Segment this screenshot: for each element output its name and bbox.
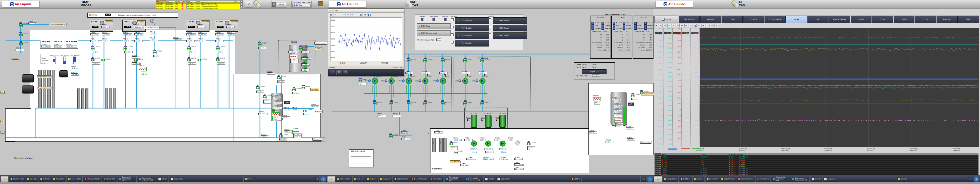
valve-HV3379[interactable]: HV3379 xyxy=(197,57,201,62)
trend-tab-cb-temperature[interactable]: CB TEMPERATURE xyxy=(765,16,786,23)
trend-tab-cb-4k[interactable]: CB 4K xyxy=(786,16,807,23)
taskbar-home-button[interactable]: ⌂ xyxy=(654,176,662,182)
taskbar-item-trends[interactable]: Trends xyxy=(157,176,169,182)
trend-tool-icon[interactable]: ✛ xyxy=(676,24,679,27)
trend-tool-icon[interactable]: ◆ xyxy=(702,24,705,27)
taskbar-home-button[interactable]: ⌂ xyxy=(327,176,335,182)
trend-table-row[interactable]: 11EH348467.00 [L]4/29/2025 12:53:06 PM [… xyxy=(654,170,978,171)
valve-XV2349[interactable]: XV2349 xyxy=(423,58,427,62)
valve-XV2371[interactable]: XV2371 xyxy=(480,101,484,105)
vlp-available-checkbox[interactable] xyxy=(451,34,453,36)
valve-CV3485[interactable]: CV348584.3 % xyxy=(279,133,283,138)
info-button[interactable]: i xyxy=(320,176,326,182)
surges-ccs-button[interactable]: Surges CCs xyxy=(582,69,606,74)
popup-tool-icon[interactable]: ⊖ xyxy=(337,13,341,17)
gear-icon[interactable]: ⚙ xyxy=(343,70,348,75)
trend-tool-icon[interactable]: ❚❚ xyxy=(693,24,697,27)
vlp-available-checkbox[interactable] xyxy=(451,41,453,43)
trend-tab-compressors[interactable]: COMPRESSORS xyxy=(679,16,700,23)
valve-EV3488[interactable]: EV3488 xyxy=(301,85,305,90)
nb-pumps-value[interactable]: 7 xyxy=(436,38,441,41)
trend-tab-analyseur[interactable]: Analyseur xyxy=(937,16,958,23)
trend-tool-icon[interactable]: ☰ xyxy=(680,24,684,27)
popup-tool-icon[interactable]: ❚❚ xyxy=(368,13,371,17)
pvps-reset-button[interactable]: ▶PVPS Reset xyxy=(417,23,450,29)
popup-tool-icon[interactable]: ⊗ xyxy=(346,13,350,17)
valve-XV2311[interactable]: XV2311 xyxy=(373,101,377,105)
taskbar-item-commands-sequences-wcs[interactable]: Commands Sequences WCS xyxy=(771,176,790,182)
valve-CV3486[interactable]: CV348690.9 % xyxy=(292,87,296,91)
taskbar-item-utilities[interactable]: Utilities xyxy=(897,176,908,182)
trend-table-row[interactable]: 6ST353020034/29/2025 12:53:19 PM xyxy=(654,159,978,162)
vacuum-pump-VP2330[interactable] xyxy=(406,78,412,84)
popup-tool-icon[interactable]: ✛ xyxy=(350,13,354,17)
popup-tool-icon[interactable]: ☰ xyxy=(355,13,358,17)
vlp-available-checkbox[interactable] xyxy=(451,26,453,29)
vacuum-pump-VP2360[interactable] xyxy=(462,78,468,84)
taskbar-item-2k-system[interactable]: 2K system xyxy=(52,176,66,182)
trend-tool-icon[interactable]: ▮ xyxy=(714,24,718,27)
valve-CV3486[interactable]: CV348690.9 % xyxy=(631,93,635,98)
valve-CV3560[interactable]: CV356091.0 % xyxy=(123,46,127,50)
turbines-chip[interactable]: Turbines xyxy=(105,20,113,22)
info-button[interactable]: i xyxy=(974,176,980,182)
popup-close-button[interactable]: × xyxy=(401,10,402,11)
taskbar-item-regeneration[interactable]: Regeneration xyxy=(720,176,737,182)
valve-XV4504[interactable]: XV4504 xyxy=(19,22,23,27)
taskbar-item-regeneration[interactable]: Regeneration xyxy=(393,176,410,182)
taskbar-item-compressors[interactable]: Compressors xyxy=(9,176,25,182)
window-button[interactable]: ❒ xyxy=(967,176,973,182)
taskbar-item-cold-box[interactable]: Cold box xyxy=(25,176,38,182)
valve-XV2341[interactable]: XV2341 xyxy=(423,101,427,105)
taskbar-item-utilities[interactable]: Utilities xyxy=(570,176,582,182)
cold-compressor-impeller[interactable] xyxy=(471,141,477,147)
taskbar-item-commands-sequences-wcs[interactable]: Commands Sequences WCS xyxy=(118,176,137,182)
trend-tool-icon[interactable]: ▣ xyxy=(654,24,658,27)
trend-tab-vacuum[interactable]: VACUUM xyxy=(700,16,721,23)
vacuum-pump-VP2350[interactable] xyxy=(440,78,446,84)
home-icon[interactable]: ⌂ xyxy=(330,70,335,75)
taskbar-item-cold-box[interactable]: Cold box xyxy=(679,176,692,182)
trend-tab-pt-wcs[interactable]: PT WCS xyxy=(743,16,764,23)
taskbar-item-utilities[interactable]: Utilities xyxy=(243,176,255,182)
valve-CV3200[interactable]: CV3200100.0 % xyxy=(527,141,531,146)
trend-table-row[interactable]: 13EH328832.80 [L]4/29/2025 12:53:06 PM [… xyxy=(654,173,978,176)
trend-tool-icon[interactable]: ⊕ xyxy=(659,24,663,27)
valve-HV4230[interactable]: HV4230 xyxy=(454,150,458,154)
valve-CV3570[interactable]: CV357067.8 % xyxy=(187,46,191,50)
pvps-remote-local-button[interactable]: ▶PVPS Remote Local xyxy=(417,30,450,36)
valve-XV2351[interactable]: XV2351 xyxy=(441,101,445,105)
turbine-T3590[interactable]: T3590Turbines1.805ST35901530 Hz xyxy=(215,19,239,32)
taskbar-item-commands-sequences-cb[interactable]: Commands Sequences CB xyxy=(137,176,156,182)
valve-XV2369[interactable]: XV2369 xyxy=(463,58,467,62)
taskbar-item-documentation[interactable]: Documentation xyxy=(83,176,102,182)
turbine-T3560[interactable]: T3560Turbines1.808ST35603591 Hz xyxy=(123,19,146,32)
taskbar-item-2k-system[interactable]: 2K system xyxy=(705,176,719,182)
taskbar-item-turbines[interactable]: Turbines xyxy=(39,176,51,182)
popup-tool-icon[interactable]: ◔ xyxy=(363,13,367,17)
vlp-enable-button-4[interactable]: ✓VLP4 Enable xyxy=(455,40,489,46)
taskbar-item-regeneration[interactable]: Regeneration xyxy=(66,176,83,182)
trend-table-row[interactable]: 5LT530057.854/29/2025 12:53:21 PM xyxy=(654,157,978,159)
taskbar-item-compressors[interactable]: Compressors xyxy=(663,176,679,182)
taskbar-item-parameters[interactable]: ⚙Parameters xyxy=(429,176,444,182)
valve-CV3590[interactable]: CV359052.1 % xyxy=(216,46,220,50)
trend-tab-t-3590[interactable]: T 3590 xyxy=(915,16,936,23)
lt5300-trend-popup[interactable]: ∿LT5300×▣⊕⊖⊙⊗✛☰▦◔❚❚60.3060.2060.1060.005… xyxy=(328,8,404,76)
vlp-enable-button-5[interactable]: ✓VLP5 Enable xyxy=(493,18,527,24)
vacuum-pump-VP2310[interactable] xyxy=(372,78,378,84)
vlp-enable-button-1[interactable]: ✓VLP1 Enable xyxy=(455,18,489,24)
trend-tab-trash[interactable]: TRASH xyxy=(958,16,979,23)
taskbar-item-parameters[interactable]: ⚙Parameters xyxy=(756,176,770,182)
trend-tool-icon[interactable]: ≋ xyxy=(710,24,714,27)
trend-tab-t-3530[interactable]: T 3530 xyxy=(851,16,872,23)
valve-XV4296[interactable]: XV4296 xyxy=(389,134,393,138)
valve-EV4506[interactable]: EV4506 xyxy=(19,32,23,37)
taskbar-item-trends[interactable]: Trends xyxy=(810,176,822,182)
valve-CV3591[interactable]: CV35910.0 % xyxy=(187,57,191,62)
trend-tool-icon[interactable]: ▦ xyxy=(684,24,688,27)
turbine-T3530[interactable]: T3530Turbines1.000ST35301997 Hz xyxy=(90,19,113,32)
taskbar-item-sequences[interactable]: Sequences xyxy=(822,176,838,182)
trends-button[interactable]: Trends xyxy=(654,16,678,23)
vlp-enable-button-3[interactable]: ✓VLP3 Enable xyxy=(455,32,489,39)
